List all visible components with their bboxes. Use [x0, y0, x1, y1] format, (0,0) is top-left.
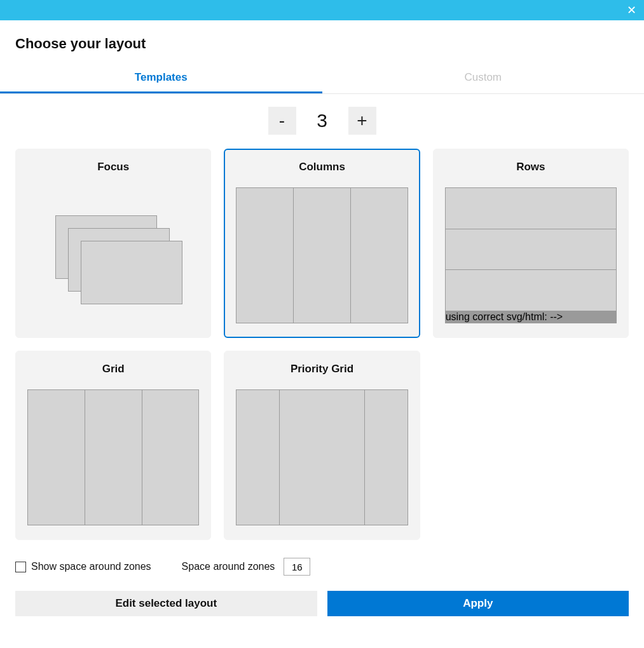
- zone-cell: [236, 390, 279, 525]
- close-icon[interactable]: ✕: [627, 4, 636, 16]
- zone-cell: [294, 188, 350, 323]
- tab-templates[interactable]: Templates: [0, 65, 322, 93]
- tabs: Templates Custom: [0, 65, 644, 94]
- increment-button[interactable]: +: [348, 107, 376, 135]
- dialog-content: Choose your layout Templates Custom - 3 …: [0, 20, 644, 626]
- zone-cell: [365, 390, 408, 525]
- layout-grid: Focus Columns Rows: [15, 149, 629, 540]
- layout-card-focus[interactable]: Focus: [15, 149, 211, 338]
- checkbox-icon: [15, 562, 26, 572]
- layout-preview-columns: [236, 187, 408, 323]
- tab-custom[interactable]: Custom: [322, 65, 645, 93]
- window-icon: [81, 241, 182, 304]
- show-space-label: Show space around zones: [31, 561, 151, 572]
- layout-preview-grid: [27, 389, 199, 525]
- zone-cell: [446, 188, 616, 229]
- space-around-field: Space around zones: [182, 558, 311, 576]
- zone-cell: [85, 390, 142, 525]
- zone-cell: [236, 188, 293, 323]
- zone-cell: [446, 229, 616, 270]
- layout-card-title: Focus: [27, 161, 199, 173]
- zone-cell: [142, 390, 199, 525]
- layout-card-title: Rows: [445, 161, 617, 173]
- titlebar: ✕: [0, 0, 644, 20]
- layout-card-title: Grid: [27, 363, 199, 375]
- zone-cell: [446, 270, 616, 311]
- layout-card-title: Columns: [236, 161, 408, 173]
- layout-preview-rows: using correct svg/html: -->: [445, 187, 617, 323]
- space-around-label: Space around zones: [182, 561, 275, 572]
- layout-card-priority-grid[interactable]: Priority Grid: [224, 351, 420, 540]
- zone-cell: [351, 188, 408, 323]
- layout-card-columns[interactable]: Columns: [224, 149, 420, 338]
- space-around-input[interactable]: [284, 558, 310, 576]
- zone-count-stepper: - 3 +: [15, 107, 629, 135]
- zone-cell: [28, 390, 85, 525]
- layout-card-grid[interactable]: Grid: [15, 351, 211, 540]
- show-space-checkbox[interactable]: Show space around zones: [15, 561, 151, 572]
- decrement-button[interactable]: -: [268, 107, 296, 135]
- layout-preview-focus: [27, 187, 199, 323]
- layout-card-rows[interactable]: Rows using correct svg/html: -->: [433, 149, 629, 338]
- zone-count-value: 3: [306, 110, 338, 132]
- zone-cell: [280, 390, 364, 525]
- apply-button[interactable]: Apply: [327, 591, 629, 616]
- options-row: Show space around zones Space around zon…: [15, 558, 629, 576]
- actions-row: Edit selected layout Apply: [15, 591, 629, 616]
- edit-selected-layout-button[interactable]: Edit selected layout: [15, 591, 317, 616]
- layout-preview-priority-grid: [236, 389, 408, 525]
- page-title: Choose your layout: [15, 36, 629, 52]
- layout-card-title: Priority Grid: [236, 363, 408, 375]
